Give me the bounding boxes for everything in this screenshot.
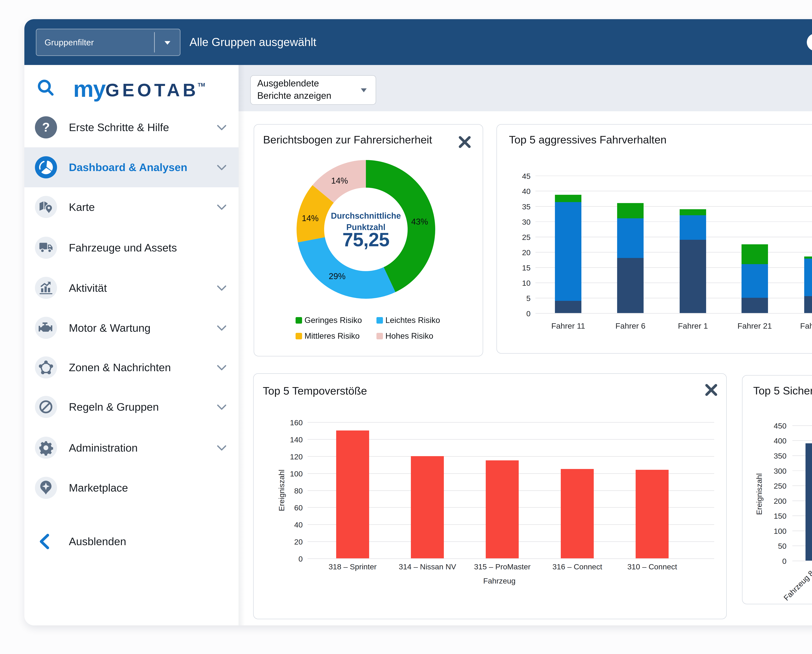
svg-text:?: ? (42, 120, 50, 134)
